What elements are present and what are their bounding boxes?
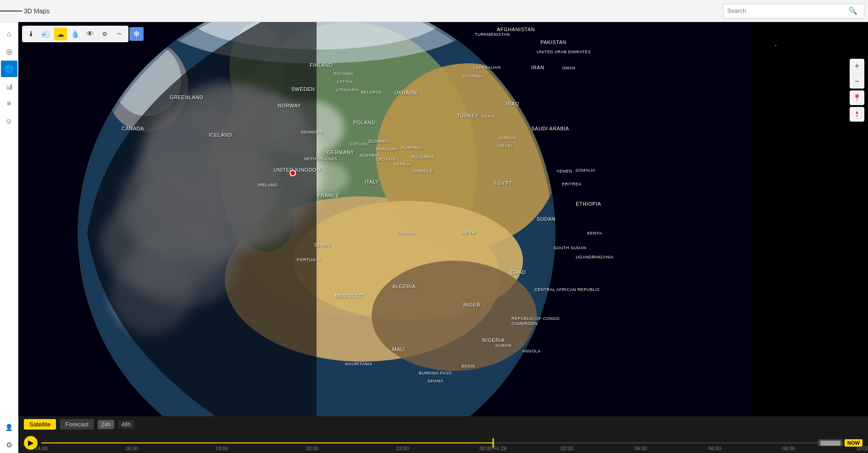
right-controls: + − 📍 — [850, 59, 864, 122]
zoom-control: + − — [850, 59, 864, 89]
time-label-6: 02:00 — [561, 446, 573, 451]
search-icon[interactable]: 🔍 — [846, 4, 860, 18]
compass-button[interactable] — [850, 107, 864, 122]
satellite-button[interactable]: Satellite — [24, 419, 56, 430]
app-title: 3D Maps — [22, 7, 723, 15]
forecast-button[interactable]: Forecast — [60, 419, 94, 430]
menu-button[interactable] — [0, 0, 22, 22]
snow-tool[interactable]: ❄ — [129, 27, 144, 41]
top-toolbar: 🌡 💨 ☁ 💧 👁 ⊙ 〜 ❄ — [22, 26, 144, 42]
time-label-8: 06:00 — [708, 446, 721, 451]
bottom-bar: Satellite Forecast 24h 48h ▶ 14:00 16:00… — [18, 416, 868, 453]
time-label-1: 16:00 — [125, 446, 138, 451]
24h-button[interactable]: 24h — [98, 420, 114, 429]
time-label-4: 22:00 — [396, 446, 409, 451]
sidebar-item-layers[interactable]: ◎ — [1, 43, 17, 60]
48h-button[interactable]: 48h — [118, 420, 134, 429]
time-label-3: 20:00 — [306, 446, 319, 451]
weather-tools: 🌡 💨 ☁ 💧 👁 ⊙ 〜 — [22, 26, 128, 42]
timeline[interactable]: ▶ 14:00 16:00 18:00 20:00 22:00 00:00 Fr… — [18, 432, 868, 453]
location-pin — [289, 170, 295, 175]
map-area[interactable]: GREENLANDCANADAICELANDNORWAYSWEDENFINLAN… — [18, 22, 868, 453]
zoom-in-button[interactable]: + — [850, 59, 864, 73]
wind-tool[interactable]: 💨 — [39, 28, 52, 40]
sidebar-item-globe[interactable]: 🌐 — [1, 61, 17, 77]
time-elapsed-badge: ▓▓▓▓▓▓ — [818, 439, 843, 446]
search-input[interactable] — [727, 7, 846, 14]
temperature-tool[interactable]: 🌡 — [25, 28, 38, 40]
search-box: 🔍 — [723, 4, 864, 18]
zoom-out-button[interactable]: − — [850, 74, 864, 89]
bottom-controls: Satellite Forecast 24h 48h — [18, 416, 868, 432]
svg-point-8 — [372, 261, 537, 371]
now-label: NOW — [845, 439, 862, 447]
time-label-2: 18:00 — [216, 446, 228, 451]
rain-tool[interactable]: 💧 — [69, 28, 82, 40]
time-label-7: 04:00 — [634, 446, 647, 451]
timeline-progress — [41, 442, 493, 443]
timeline-track[interactable]: 14:00 16:00 18:00 20:00 22:00 00:00 Fri … — [41, 435, 862, 451]
time-label-5: 00:00 Fri 28 — [479, 446, 506, 451]
time-label-0: 14:00 — [35, 446, 48, 451]
sidebar-item-emoji[interactable]: ☺ — [1, 113, 17, 129]
visibility-tool[interactable]: 👁 — [83, 28, 96, 40]
sidebar: ⌂ ◎ 🌐 📊 ≡ ☺ 👤 ⚙ — [0, 22, 18, 453]
sidebar-item-user[interactable]: 👤 — [1, 419, 17, 436]
sidebar-item-settings[interactable]: ⚙ — [1, 436, 17, 453]
locate-button[interactable]: 📍 — [850, 90, 864, 105]
sidebar-item-chart[interactable]: 📊 — [1, 78, 17, 95]
time-label-9: 08:00 — [782, 446, 795, 451]
cloud-tool[interactable]: ☁ — [54, 28, 67, 40]
globe — [18, 22, 752, 453]
sidebar-item-home[interactable]: ⌂ — [1, 26, 17, 42]
humidity-tool[interactable]: 〜 — [113, 28, 126, 40]
sidebar-item-layers2[interactable]: ≡ — [1, 95, 17, 112]
pressure-tool[interactable]: ⊙ — [98, 28, 111, 40]
